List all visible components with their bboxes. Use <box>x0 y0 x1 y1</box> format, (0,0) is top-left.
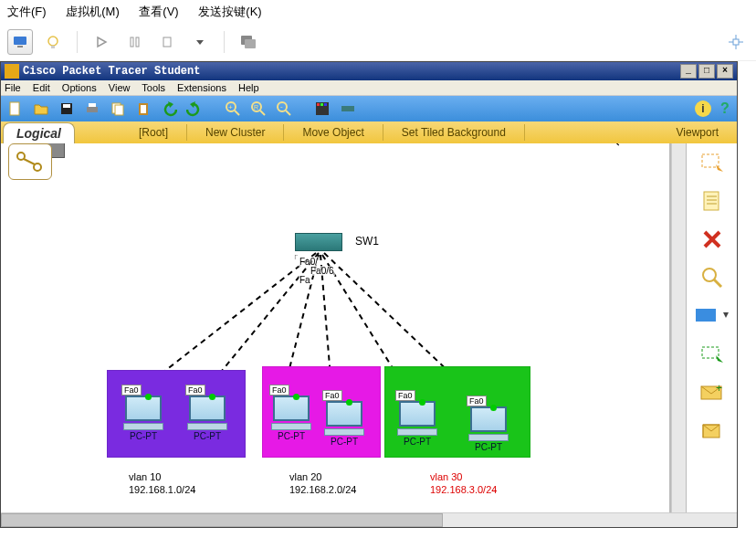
svg-rect-60 <box>696 309 716 322</box>
new-cluster-button[interactable]: New Cluster <box>187 122 283 142</box>
select-tool[interactable] <box>696 149 729 176</box>
svg-rect-62 <box>702 347 719 358</box>
menu-view[interactable]: View <box>109 82 131 93</box>
vlan10-text: vlan 10192.168.1.0/24 <box>129 470 195 496</box>
help-button[interactable]: ? <box>717 100 733 117</box>
maximize-button[interactable]: □ <box>698 64 715 79</box>
vertical-scrollbar[interactable] <box>671 143 686 512</box>
menu-options[interactable]: Options <box>62 82 97 93</box>
port-label: Fa <box>299 275 311 285</box>
vm-menu-file[interactable]: 文件(F) <box>7 5 47 18</box>
menu-tools[interactable]: Tools <box>142 82 165 93</box>
vm-fullscreen-button[interactable] <box>236 29 261 55</box>
cursor-icon: ↖ <box>609 143 621 150</box>
zoom-reset-button[interactable]: R <box>247 99 269 119</box>
svg-line-31 <box>260 111 265 115</box>
svg-rect-3 <box>51 46 55 48</box>
vm-pause-button[interactable] <box>121 29 147 55</box>
svg-line-59 <box>714 280 721 287</box>
tab-logical[interactable]: Logical <box>3 122 75 143</box>
vm-toolbar <box>0 24 756 61</box>
shape-tool[interactable] <box>692 302 732 330</box>
pc-device[interactable]: Fa0 PC-PT <box>184 396 231 438</box>
close-button[interactable]: × <box>717 64 733 79</box>
print-button[interactable] <box>81 99 103 119</box>
svg-rect-18 <box>63 104 70 108</box>
pc-device[interactable]: Fa0 PC-PT <box>394 401 441 443</box>
pt-app-icon <box>5 64 19 79</box>
vm-lightbulb-button[interactable] <box>40 29 66 55</box>
zoom-out-button[interactable]: - <box>273 99 295 119</box>
scrollbar-thumb[interactable] <box>1 513 443 527</box>
vm-menu-vm[interactable]: 虚拟机(M) <box>66 5 120 18</box>
add-simple-pdu-tool[interactable]: + <box>696 379 729 406</box>
pt-toolbar: + R - i ? <box>1 96 737 121</box>
copy-button[interactable] <box>107 99 129 119</box>
resize-tool[interactable] <box>696 341 729 368</box>
device-button[interactable] <box>337 99 359 119</box>
undo-button[interactable] <box>158 99 180 119</box>
menu-extensions[interactable]: Extensions <box>177 82 226 93</box>
svg-point-41 <box>17 153 25 160</box>
pc-device[interactable]: Fa0 PC-PT <box>320 401 368 443</box>
vm-menu-view[interactable]: 查看(V) <box>139 5 178 18</box>
menu-file[interactable]: File <box>5 82 21 93</box>
vm-play-button[interactable] <box>89 29 114 55</box>
open-file-button[interactable] <box>30 99 52 119</box>
paste-button[interactable] <box>132 99 154 119</box>
svg-point-42 <box>34 164 41 171</box>
canvas-area[interactable]: ↖ SW1 「 Fa0/ Fa0 <box>1 143 671 512</box>
minimize-button[interactable]: _ <box>680 64 697 79</box>
pc-label: PC-PT <box>268 431 315 441</box>
info-button[interactable]: i <box>695 100 711 117</box>
new-file-button[interactable] <box>5 99 26 119</box>
svg-rect-0 <box>14 37 26 45</box>
vlan20-text: vlan 20192.168.2.0/24 <box>289 470 356 496</box>
window-controls: _ □ × <box>678 64 733 79</box>
switch-device[interactable] <box>295 233 342 251</box>
save-button[interactable] <box>56 99 78 119</box>
menu-help[interactable]: Help <box>238 82 259 93</box>
vlan30-text: vlan 30192.168.3.0/24 <box>430 470 497 496</box>
menu-edit[interactable]: Edit <box>33 82 50 93</box>
pt-title-text: Cisco Packet Tracer Student <box>23 65 200 78</box>
vm-stop-button[interactable] <box>154 29 180 55</box>
move-object-button[interactable]: Move Object <box>284 122 382 142</box>
status-dot <box>490 405 497 411</box>
delete-tool[interactable] <box>696 226 729 253</box>
pc-device[interactable]: Fa0 PC-PT <box>268 396 315 438</box>
svg-rect-16 <box>10 102 19 115</box>
vm-dropdown-button[interactable] <box>187 29 213 55</box>
vm-network-button[interactable] <box>723 29 749 55</box>
port-fa0: Fa0 <box>467 396 487 406</box>
redo-button[interactable] <box>184 99 205 119</box>
vm-monitor-button[interactable] <box>7 29 33 55</box>
set-tiled-bg-button[interactable]: Set Tiled Background <box>383 122 524 142</box>
vm-menu-sendkeys[interactable]: 发送按键(K) <box>198 5 261 18</box>
port-fa0: Fa0 <box>395 390 415 401</box>
svg-rect-7 <box>163 37 171 47</box>
note-tool[interactable] <box>696 187 729 215</box>
svg-rect-20 <box>89 103 96 107</box>
svg-rect-37 <box>317 103 320 106</box>
root-button[interactable]: [Root] <box>121 122 186 142</box>
palette-button[interactable] <box>311 99 333 119</box>
viewport-button[interactable]: Viewport <box>658 122 737 142</box>
port-fa0: Fa0 <box>322 390 342 401</box>
svg-rect-52 <box>704 192 719 210</box>
svg-rect-6 <box>136 37 139 47</box>
zoom-in-button[interactable]: + <box>222 99 244 119</box>
pt-titlebar[interactable]: Cisco Packet Tracer Student _ □ × <box>1 62 737 80</box>
switch-label: SW1 <box>355 235 379 248</box>
navigation-panel[interactable] <box>8 143 52 180</box>
pc-device[interactable]: Fa0 PC-PT <box>120 396 167 438</box>
vm-menubar: 文件(F) 虚拟机(M) 查看(V) 发送按键(K) <box>0 0 756 24</box>
pc-label: PC-PT <box>394 437 441 447</box>
canvas[interactable]: ↖ SW1 「 Fa0/ Fa0 <box>1 143 669 512</box>
pc-device[interactable]: Fa0 PC-PT <box>465 406 512 448</box>
add-complex-pdu-tool[interactable] <box>696 417 729 445</box>
svg-rect-38 <box>320 103 323 106</box>
inspect-tool[interactable] <box>696 264 729 291</box>
horizontal-scrollbar[interactable] <box>1 512 737 527</box>
status-dot <box>209 394 215 400</box>
